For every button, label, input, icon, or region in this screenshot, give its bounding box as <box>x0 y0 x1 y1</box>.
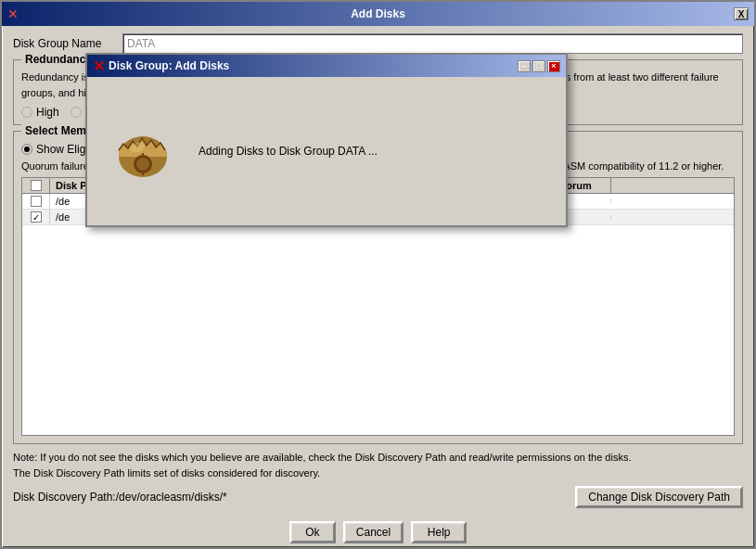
main-dialog: ✕ Add Disks X Disk Group Name Redundancy… <box>0 0 756 549</box>
popup-minimize-button[interactable]: – <box>518 60 531 72</box>
popup-restore-button[interactable]: □ <box>532 60 545 72</box>
popup-message: Adding Disks to Disk Group DATA ... <box>199 145 547 158</box>
popup-title-text: Disk Group: Add Disks <box>109 59 229 72</box>
svg-point-3 <box>136 158 149 171</box>
popup-processing-icon <box>106 114 180 188</box>
gear-svg-icon <box>109 118 176 185</box>
popup-title-bar: ✕ Disk Group: Add Disks – □ × <box>87 55 566 77</box>
popup-controls: – □ × <box>518 60 560 72</box>
popup-content: Adding Disks to Disk Group DATA ... <box>87 77 566 225</box>
popup-dialog: ✕ Disk Group: Add Disks – □ × <box>85 53 568 227</box>
popup-overlay: ✕ Disk Group: Add Disks – □ × <box>2 2 754 547</box>
popup-close-button[interactable]: × <box>547 60 560 72</box>
popup-title-left: ✕ Disk Group: Add Disks <box>93 57 229 75</box>
popup-x-icon: ✕ <box>93 57 105 75</box>
